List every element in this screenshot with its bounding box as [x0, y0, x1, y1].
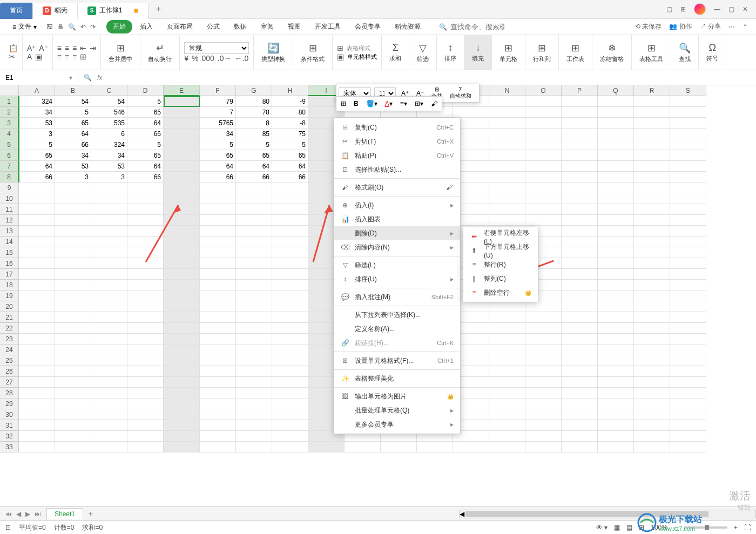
cell-P15[interactable]	[562, 247, 598, 258]
merge-icon[interactable]: ⊞	[80, 52, 86, 61]
table-style-icon[interactable]: ⊞	[337, 44, 343, 52]
row-header-29[interactable]: 29	[0, 398, 19, 409]
col-header-B[interactable]: B	[55, 85, 91, 96]
cell-Q18[interactable]	[598, 280, 634, 290]
cell-B23[interactable]	[55, 334, 91, 344]
cell-A29[interactable]	[19, 398, 55, 409]
cell-B8[interactable]: 3	[55, 172, 91, 182]
cell-O23[interactable]	[525, 334, 562, 344]
cell-G11[interactable]	[236, 204, 272, 215]
percent-icon[interactable]: %	[192, 54, 198, 63]
cell-S4[interactable]	[670, 129, 706, 139]
sheet-add[interactable]: +	[83, 509, 98, 519]
cell-H28[interactable]	[272, 388, 308, 398]
cell-R9[interactable]	[634, 182, 670, 193]
cell-R10[interactable]	[634, 193, 670, 204]
font-small-icon[interactable]: A⁻	[39, 44, 48, 52]
cell-A24[interactable]	[19, 344, 55, 355]
cell-C24[interactable]	[91, 344, 127, 355]
cell-E24[interactable]	[164, 344, 200, 355]
mini-border2-icon[interactable]: ⊞▾	[413, 99, 426, 109]
cell-R25[interactable]	[634, 355, 670, 366]
cell-A25[interactable]	[19, 355, 55, 366]
ctx-insert-chart[interactable]: 📊插入图表	[334, 212, 460, 226]
cell-Q4[interactable]	[598, 129, 634, 139]
cell-D32[interactable]	[127, 431, 164, 442]
cell-P33[interactable]	[562, 442, 598, 452]
ctx-defname[interactable]: 定义名称(A)...	[334, 322, 460, 336]
sub-entire-row[interactable]: ≡整行(R)	[463, 258, 538, 272]
cell-P19[interactable]	[562, 290, 598, 301]
cell-B15[interactable]	[55, 247, 91, 258]
cell-H6[interactable]: 65	[272, 150, 308, 161]
cell-H10[interactable]	[272, 193, 308, 204]
cell-C1[interactable]: 54	[91, 96, 127, 107]
cell-S3[interactable]	[670, 118, 706, 129]
cell-H5[interactable]: 5	[272, 139, 308, 150]
col-header-C[interactable]: C	[91, 85, 127, 96]
cell-B31[interactable]	[55, 420, 91, 431]
cell-N31[interactable]	[489, 420, 525, 431]
cell-Q20[interactable]	[598, 301, 634, 312]
ctx-exportimg[interactable]: 🖼输出单元格为图片👑	[334, 389, 460, 403]
cell-F19[interactable]	[200, 290, 236, 301]
row-header-4[interactable]: 4	[0, 129, 19, 139]
fill-button[interactable]: ↓填充	[469, 41, 487, 64]
cell-C3[interactable]: 535	[91, 118, 127, 129]
cell-D3[interactable]: 64	[127, 118, 164, 129]
avatar[interactable]	[694, 3, 706, 15]
cell-C21[interactable]	[91, 312, 127, 323]
fill-color-icon[interactable]: ▣	[35, 52, 42, 61]
row-header-9[interactable]: 9	[0, 182, 19, 193]
cell-H24[interactable]	[272, 344, 308, 355]
cell-A22[interactable]	[19, 323, 55, 334]
cell-C8[interactable]: 3	[91, 172, 127, 182]
tab-dk[interactable]: D稻壳	[33, 3, 78, 19]
cell-E7[interactable]	[164, 161, 200, 172]
cell-D22[interactable]	[127, 323, 164, 334]
row-header-17[interactable]: 17	[0, 269, 19, 280]
fx-icon[interactable]: fx	[97, 74, 102, 82]
cell-Q10[interactable]	[598, 193, 634, 204]
tab-view[interactable]: 视图	[281, 20, 307, 33]
cell-B24[interactable]	[55, 344, 91, 355]
cell-S6[interactable]	[670, 150, 706, 161]
cell-F20[interactable]	[200, 301, 236, 312]
cell-C6[interactable]: 34	[91, 150, 127, 161]
cell-F13[interactable]	[200, 226, 236, 236]
cell-P16[interactable]	[562, 258, 598, 269]
h-scrollbar[interactable]: ◀	[459, 510, 756, 518]
cell-B18[interactable]	[55, 280, 91, 290]
cell-E5[interactable]	[164, 139, 200, 150]
zoom-in-icon[interactable]: +	[734, 524, 738, 531]
cell-R13[interactable]	[634, 226, 670, 236]
cell-D26[interactable]	[127, 366, 164, 377]
cell-F30[interactable]	[200, 409, 236, 420]
cell-B26[interactable]	[55, 366, 91, 377]
cell-F18[interactable]	[200, 280, 236, 290]
cell-B2[interactable]: 5	[55, 107, 91, 118]
col-header-P[interactable]: P	[562, 85, 598, 96]
cell-R30[interactable]	[634, 409, 670, 420]
cell-B32[interactable]	[55, 431, 91, 442]
cell-P5[interactable]	[562, 139, 598, 150]
font-big-icon[interactable]: A⁺	[27, 44, 36, 52]
unsaved-label[interactable]: ⟲ 未保存	[635, 22, 662, 31]
eye-icon[interactable]: 👁 ▾	[596, 524, 608, 531]
cell-Q6[interactable]	[598, 150, 634, 161]
row-header-19[interactable]: 19	[0, 290, 19, 301]
cell-P18[interactable]	[562, 280, 598, 290]
cell-B14[interactable]	[55, 236, 91, 247]
cell-S18[interactable]	[670, 280, 706, 290]
cell-O8[interactable]	[525, 172, 562, 182]
cell-N4[interactable]	[489, 129, 525, 139]
cell-G32[interactable]	[236, 431, 272, 442]
cell-N1[interactable]	[489, 96, 525, 107]
cell-S31[interactable]	[670, 420, 706, 431]
cell-E31[interactable]	[164, 420, 200, 431]
col-header-R[interactable]: R	[634, 85, 670, 96]
cell-B29[interactable]	[55, 398, 91, 409]
cell-A8[interactable]: 66	[19, 172, 55, 182]
row-header-6[interactable]: 6	[0, 150, 19, 161]
cell-Q32[interactable]	[598, 431, 634, 442]
